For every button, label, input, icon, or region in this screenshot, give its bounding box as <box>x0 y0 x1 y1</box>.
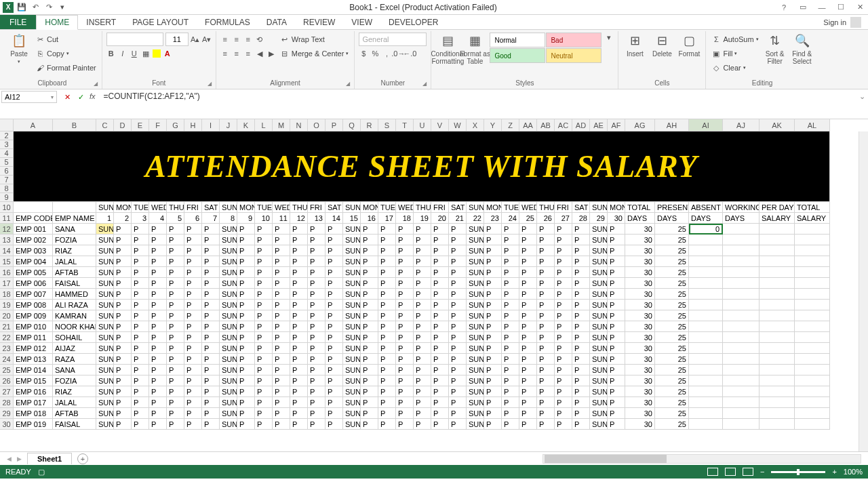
cell[interactable]: 19 <box>414 213 431 224</box>
cell[interactable]: P <box>167 332 184 343</box>
cell[interactable]: SUN <box>467 224 484 235</box>
cell[interactable]: P <box>237 224 255 235</box>
cell[interactable]: 25 <box>655 354 689 365</box>
cell[interactable]: P <box>308 365 326 375</box>
cell[interactable]: P <box>608 365 625 375</box>
cell[interactable] <box>723 235 760 245</box>
cell[interactable]: P <box>555 235 572 245</box>
cell[interactable]: 25 <box>655 397 689 408</box>
style-normal[interactable]: Normal <box>490 33 545 47</box>
align-right-icon[interactable]: ≡ <box>243 49 253 58</box>
cell[interactable]: 30 <box>608 213 625 224</box>
cell[interactable]: 3 <box>132 213 149 224</box>
row-header[interactable]: 13 <box>0 235 14 245</box>
cell[interactable]: P <box>431 267 449 278</box>
cell[interactable]: 16 <box>361 213 378 224</box>
cell[interactable]: P <box>502 224 519 235</box>
cell[interactable]: P <box>132 256 149 267</box>
cell[interactable]: P <box>361 419 378 430</box>
cell[interactable] <box>795 289 830 300</box>
cell[interactable]: P <box>537 310 555 321</box>
cell[interactable]: P <box>202 408 220 419</box>
cell[interactable]: P <box>326 224 343 235</box>
cell[interactable]: SUN <box>96 321 114 332</box>
row-header[interactable]: 8 <box>0 184 14 193</box>
cell[interactable]: P <box>431 321 449 332</box>
cell[interactable]: EMP 001 <box>14 224 53 235</box>
cell[interactable]: P <box>308 245 326 256</box>
cell[interactable]: P <box>484 354 502 365</box>
row-header[interactable]: 12 <box>0 224 14 235</box>
cell[interactable]: 25 <box>655 332 689 343</box>
cell[interactable]: P <box>608 245 625 256</box>
cell[interactable]: EMP 015 <box>14 375 53 386</box>
cell[interactable]: P <box>572 386 590 397</box>
cell[interactable]: P <box>608 235 625 245</box>
cell[interactable]: FAISAL <box>53 278 96 289</box>
cell[interactable] <box>760 278 795 289</box>
cell[interactable] <box>760 386 795 397</box>
cell[interactable]: EMP 009 <box>14 310 53 321</box>
cell[interactable]: SANA <box>53 224 96 235</box>
cell[interactable]: P <box>361 365 378 375</box>
cell[interactable]: 25 <box>655 278 689 289</box>
cell[interactable] <box>760 354 795 365</box>
cell[interactable]: 26 <box>537 213 555 224</box>
cell[interactable]: TUE <box>378 202 396 213</box>
align-center-icon[interactable]: ≡ <box>232 49 241 58</box>
row-header[interactable]: 17 <box>0 278 14 289</box>
comma-format-icon[interactable]: , <box>382 49 391 58</box>
cell[interactable]: SUN <box>590 300 608 310</box>
increase-font-icon[interactable]: A▴ <box>191 35 200 44</box>
cell[interactable] <box>795 386 830 397</box>
cell[interactable]: P <box>132 386 149 397</box>
column-header[interactable]: AI <box>689 119 723 131</box>
cell[interactable]: P <box>237 235 255 245</box>
cell[interactable]: P <box>132 310 149 321</box>
cell[interactable]: P <box>255 245 273 256</box>
cell[interactable]: 30 <box>625 343 655 354</box>
spreadsheet-grid[interactable]: ABCDEFGHIJKLMNOPQRSTUVWXYZAAABACADAEAFAG… <box>0 119 868 451</box>
cell[interactable] <box>689 386 723 397</box>
cell[interactable]: WORKING <box>723 202 760 213</box>
cell[interactable]: SUN <box>343 408 361 419</box>
cell[interactable]: P <box>555 343 572 354</box>
cell[interactable]: P <box>202 278 220 289</box>
qat-customize-icon[interactable]: ▾ <box>57 2 68 13</box>
cell[interactable]: P <box>184 224 202 235</box>
cell[interactable]: SUN <box>220 375 237 386</box>
cell[interactable]: P <box>237 245 255 256</box>
cell[interactable]: P <box>484 224 502 235</box>
cell[interactable]: EMP 010 <box>14 321 53 332</box>
cell[interactable]: P <box>396 343 414 354</box>
cell[interactable]: P <box>237 343 255 354</box>
cell[interactable]: P <box>202 343 220 354</box>
cell[interactable]: P <box>396 386 414 397</box>
cell[interactable]: FRI <box>431 202 449 213</box>
cell[interactable]: 30 <box>625 267 655 278</box>
cell[interactable]: P <box>608 278 625 289</box>
style-bad[interactable]: Bad <box>546 33 601 47</box>
cell[interactable]: P <box>555 408 572 419</box>
cell[interactable]: WED <box>519 202 537 213</box>
cell[interactable]: P <box>184 267 202 278</box>
orientation-icon[interactable]: ⟲ <box>255 35 264 44</box>
cell[interactable]: P <box>414 278 431 289</box>
cell[interactable]: P <box>132 267 149 278</box>
cell[interactable]: P <box>396 245 414 256</box>
cell[interactable]: P <box>502 375 519 386</box>
cell[interactable]: P <box>273 343 290 354</box>
column-header[interactable]: M <box>273 119 290 131</box>
cell[interactable]: 25 <box>655 419 689 430</box>
cell[interactable]: SUN <box>220 365 237 375</box>
cell[interactable]: P <box>572 267 590 278</box>
cell[interactable]: HAMMED <box>53 289 96 300</box>
cell[interactable]: P <box>149 267 167 278</box>
cell[interactable]: 30 <box>625 278 655 289</box>
cell[interactable]: P <box>255 267 273 278</box>
cell[interactable]: P <box>149 419 167 430</box>
cell[interactable]: P <box>431 343 449 354</box>
cell[interactable]: P <box>431 419 449 430</box>
cell[interactable]: P <box>449 397 467 408</box>
column-header[interactable]: S <box>378 119 396 131</box>
